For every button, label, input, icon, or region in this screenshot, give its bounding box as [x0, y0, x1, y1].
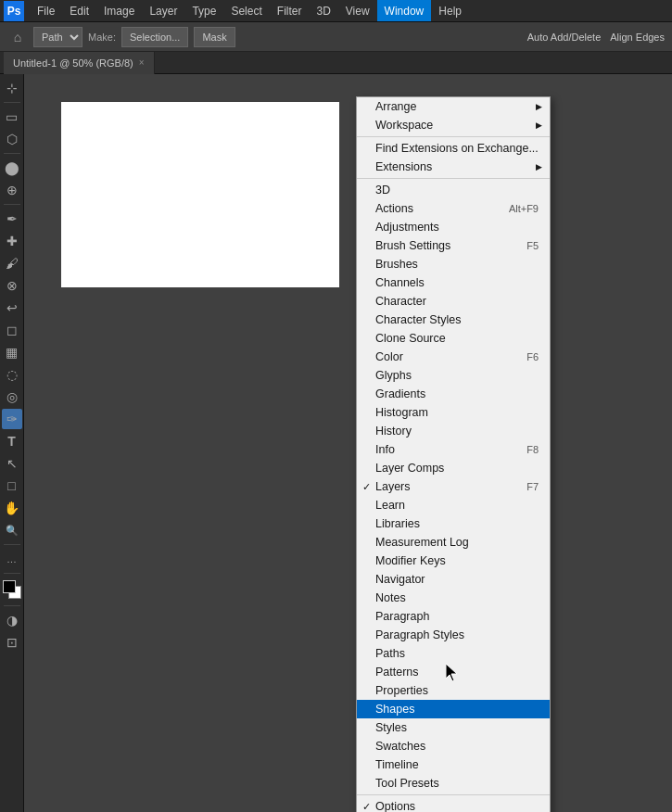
tab-close-button[interactable]: × — [139, 57, 145, 68]
tool-color-swatch[interactable] — [3, 580, 21, 599]
tool-separator-1 — [4, 102, 20, 103]
menu-item-properties[interactable]: Properties — [357, 681, 550, 700]
selection-button[interactable]: Selection... — [121, 27, 188, 47]
menu-item-gradients[interactable]: Gradients — [357, 385, 550, 403]
menu-item-shapes[interactable]: Shapes — [357, 700, 550, 718]
tool-separator-2 — [4, 153, 20, 154]
menu-item-histogram[interactable]: Histogram — [357, 403, 550, 422]
tool-blur[interactable]: ◌ — [2, 364, 22, 385]
menu-type[interactable]: Type — [184, 0, 223, 21]
menu-item-layers[interactable]: ✓ Layers F7 — [357, 477, 550, 496]
tool-separator-4 — [4, 544, 20, 545]
menu-help[interactable]: Help — [431, 0, 469, 21]
menu-item-tool-presets[interactable]: Tool Presets — [357, 774, 550, 793]
tool-hand[interactable]: ✋ — [2, 498, 22, 518]
menu-item-find-extensions[interactable]: Find Extensions on Exchange... — [357, 139, 550, 158]
tool-separator-3 — [4, 204, 20, 205]
separator-2 — [357, 178, 550, 179]
menu-item-adjustments[interactable]: Adjustments — [357, 218, 550, 236]
info-shortcut: F8 — [508, 444, 539, 455]
menu-item-history[interactable]: History — [357, 422, 550, 440]
menu-item-brushes[interactable]: Brushes — [357, 255, 550, 273]
tool-crop[interactable]: ⊕ — [2, 180, 22, 200]
menu-item-modifier-keys[interactable]: Modifier Keys — [357, 552, 550, 570]
menu-window[interactable]: Window — [377, 0, 432, 21]
menu-item-notes[interactable]: Notes — [357, 589, 550, 607]
menu-file[interactable]: File — [30, 0, 62, 21]
tool-text[interactable]: T — [2, 431, 22, 451]
menu-image[interactable]: Image — [96, 0, 142, 21]
tool-eraser[interactable]: ◻ — [2, 320, 22, 340]
home-button[interactable]: ⌂ — [7, 27, 28, 47]
tool-move[interactable]: ⊹ — [2, 78, 22, 98]
menu-item-arrange[interactable]: Arrange — [357, 97, 550, 116]
auto-add-delete-label: Auto Add/Delete — [527, 32, 602, 43]
options-checkmark: ✓ — [362, 801, 371, 813]
tool-quick-mask[interactable]: ◑ — [2, 610, 22, 630]
tab-title: Untitled-1 @ 50% (RGB/8) — [13, 57, 133, 69]
color-shortcut: F6 — [508, 351, 539, 362]
actions-shortcut: Alt+F9 — [490, 203, 539, 214]
tool-eyedropper[interactable]: ✒ — [2, 209, 22, 229]
menu-item-info[interactable]: Info F8 — [357, 440, 550, 459]
menu-item-3d[interactable]: 3D — [357, 181, 550, 199]
menu-item-channels[interactable]: Channels — [357, 273, 550, 292]
menu-item-measurement-log[interactable]: Measurement Log — [357, 533, 550, 552]
menu-item-styles[interactable]: Styles — [357, 718, 550, 737]
tool-zoom[interactable]: 🔍 — [2, 520, 22, 540]
menu-select[interactable]: Select — [223, 0, 269, 21]
menu-item-color[interactable]: Color F6 — [357, 348, 550, 366]
main-area: ⊹ ▭ ⬡ ⬤ ⊕ ✒ ✚ 🖌 ⊗ ↩ ◻ ▦ ◌ ◎ ✑ T ↖ □ ✋ 🔍 … — [0, 74, 672, 812]
menu-item-layer-comps[interactable]: Layer Comps — [357, 459, 550, 477]
path-type-select[interactable]: Path — [33, 27, 82, 47]
tool-extra[interactable]: … — [2, 549, 22, 569]
menu-item-paths[interactable]: Paths — [357, 644, 550, 663]
left-toolbar: ⊹ ▭ ⬡ ⬤ ⊕ ✒ ✚ 🖌 ⊗ ↩ ◻ ▦ ◌ ◎ ✑ T ↖ □ ✋ 🔍 … — [0, 74, 24, 812]
toolbar-right: Auto Add/Delete Align Edges — [527, 32, 665, 43]
menu-item-glyphs[interactable]: Glyphs — [357, 366, 550, 385]
separator-1 — [357, 136, 550, 137]
menu-item-paragraph[interactable]: Paragraph — [357, 607, 550, 626]
tool-separator-5 — [4, 573, 20, 574]
tool-rect-select[interactable]: ▭ — [2, 107, 22, 127]
menu-item-navigator[interactable]: Navigator — [357, 570, 550, 589]
menu-item-brush-settings[interactable]: Brush Settings F5 — [357, 236, 550, 255]
tool-separator-6 — [4, 605, 20, 606]
tool-clone[interactable]: ⊗ — [2, 275, 22, 296]
mask-button[interactable]: Mask — [194, 27, 235, 47]
menu-item-timeline[interactable]: Timeline — [357, 755, 550, 774]
tool-gradient[interactable]: ▦ — [2, 342, 22, 362]
menu-item-character-styles[interactable]: Character Styles — [357, 311, 550, 329]
menu-item-patterns[interactable]: Patterns — [357, 663, 550, 681]
maker-label: Make: — [88, 32, 116, 43]
tool-history-brush[interactable]: ↩ — [2, 298, 22, 318]
menu-item-swatches[interactable]: Swatches — [357, 737, 550, 755]
menu-item-actions[interactable]: Actions Alt+F9 — [357, 199, 550, 218]
menu-layer[interactable]: Layer — [142, 0, 184, 21]
menu-item-libraries[interactable]: Libraries — [357, 514, 550, 533]
tool-brush[interactable]: 🖌 — [2, 253, 22, 273]
tool-quick-select[interactable]: ⬤ — [2, 158, 22, 178]
align-edges-label: Align Edges — [610, 32, 665, 43]
menu-filter[interactable]: Filter — [270, 0, 310, 21]
menu-item-workspace[interactable]: Workspace — [357, 116, 550, 134]
tool-path-select[interactable]: ↖ — [2, 453, 22, 474]
menu-item-learn[interactable]: Learn — [357, 496, 550, 514]
tool-pen[interactable]: ✑ — [2, 409, 22, 429]
tool-lasso[interactable]: ⬡ — [2, 129, 22, 149]
layers-checkmark: ✓ — [362, 481, 371, 493]
menu-item-extensions[interactable]: Extensions — [357, 158, 550, 176]
tool-screen-mode[interactable]: ⊡ — [2, 632, 22, 653]
toolbar: ⌂ Path Make: Selection... Mask Auto Add/… — [0, 22, 672, 52]
menu-item-options[interactable]: ✓ Options — [357, 797, 550, 812]
tool-healing[interactable]: ✚ — [2, 231, 22, 251]
menu-3d[interactable]: 3D — [309, 0, 337, 21]
menu-item-clone-source[interactable]: Clone Source — [357, 329, 550, 348]
tool-shape[interactable]: □ — [2, 476, 22, 496]
menu-item-paragraph-styles[interactable]: Paragraph Styles — [357, 626, 550, 644]
menu-item-character[interactable]: Character — [357, 292, 550, 311]
document-tab[interactable]: Untitled-1 @ 50% (RGB/8) × — [4, 52, 155, 74]
menu-view[interactable]: View — [338, 0, 377, 21]
menu-edit[interactable]: Edit — [62, 0, 96, 21]
tool-dodge[interactable]: ◎ — [2, 387, 22, 407]
